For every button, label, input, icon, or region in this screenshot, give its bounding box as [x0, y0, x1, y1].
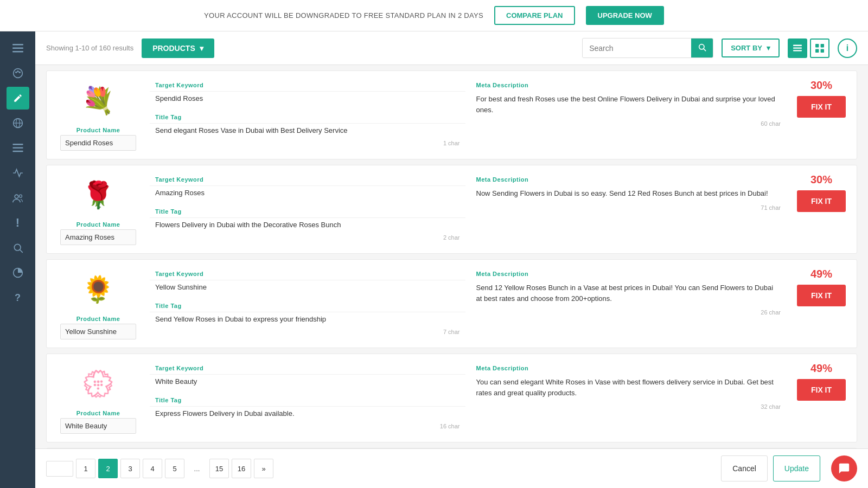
banner-message: YOUR ACCOUNT WILL BE DOWNGRADED TO FREE … — [204, 11, 483, 20]
products-button[interactable]: PRODUCTS ▾ — [142, 38, 214, 58]
sidebar-chart-icon[interactable] — [7, 162, 29, 184]
sidebar-layers-icon[interactable] — [7, 137, 29, 159]
results-count: Showing 1-10 of 160 results — [46, 44, 133, 52]
center-fields: Target Keyword Spendid Roses Title Tag S… — [150, 79, 786, 149]
page-dots: ... — [187, 459, 207, 478]
fix-it-button[interactable]: FIX IT — [797, 285, 846, 306]
score-badge: 49% — [810, 362, 832, 375]
target-keyword-label: Target Keyword — [150, 174, 465, 185]
product-name-value: Yellow Sunshine — [60, 324, 136, 339]
meta-description-label: Meta Description — [471, 268, 787, 280]
meta-description-value: You can send elegant White Roses in Vase… — [471, 374, 787, 402]
title-char: 1 char — [150, 139, 465, 149]
sidebar-menu-icon[interactable] — [7, 37, 29, 60]
page-2-button[interactable]: 2 — [98, 459, 118, 478]
product-name-label: Product Name — [76, 316, 120, 322]
svg-rect-26 — [821, 49, 824, 52]
meta-char: 71 char — [471, 203, 787, 214]
fix-it-button[interactable]: FIX IT — [797, 379, 846, 401]
sidebar-globe-icon[interactable] — [7, 112, 29, 134]
meta-char: 26 char — [471, 308, 787, 318]
search-button[interactable] — [691, 38, 713, 57]
left-fields: Target Keyword White Beauty Title Tag Ex… — [150, 362, 465, 432]
svg-rect-2 — [12, 51, 23, 53]
product-image: 💐 — [76, 79, 120, 123]
title-tag-label: Title Tag — [150, 300, 465, 312]
svg-rect-0 — [12, 44, 23, 46]
list-view-button[interactable] — [788, 38, 807, 58]
sidebar-alert-icon[interactable]: ! — [7, 211, 29, 234]
svg-rect-21 — [793, 47, 802, 48]
sidebar-users-icon[interactable] — [7, 187, 29, 209]
update-button[interactable]: Update — [773, 455, 820, 481]
product-image: 🌹 — [76, 174, 120, 217]
product-image-area: 🌻 Product Name Yellow Sunshine — [55, 268, 142, 339]
target-keyword-value: Spendid Roses — [150, 91, 465, 107]
content-area: Showing 1-10 of 160 results PRODUCTS ▾ S… — [35, 31, 868, 488]
right-meta: Meta Description For best and fresh Rose… — [471, 79, 787, 149]
right-meta: Meta Description Send 12 Yellow Roses Bu… — [471, 268, 787, 338]
svg-line-19 — [704, 49, 706, 51]
svg-point-13 — [15, 195, 18, 198]
sidebar: ! ? — [0, 31, 35, 488]
right-panel: 30% FIX IT — [794, 79, 848, 118]
product-image-area: 🌹 Product Name Amazing Roses — [55, 174, 142, 245]
grid-view-button[interactable] — [810, 38, 829, 58]
upgrade-now-button[interactable]: UPGRADE NOW — [586, 6, 664, 25]
product-row: 🌹 Product Name Amazing Roses Target Keyw… — [46, 165, 857, 254]
left-fields: Target Keyword Spendid Roses Title Tag S… — [150, 79, 465, 149]
target-keyword-value: Amazing Roses — [150, 185, 465, 201]
product-name-value: Spendid Roses — [60, 135, 136, 151]
sidebar-search-icon[interactable] — [7, 236, 29, 259]
product-row: 💮 Product Name White Beauty Target Keywo… — [46, 354, 857, 442]
sidebar-help-icon[interactable]: ? — [7, 286, 29, 309]
page-1-button[interactable]: 1 — [76, 459, 95, 478]
sidebar-pie-icon[interactable] — [7, 261, 29, 284]
fix-it-button[interactable]: FIX IT — [797, 96, 846, 118]
meta-char: 60 char — [471, 119, 787, 130]
title-tag-label: Title Tag — [150, 206, 465, 217]
svg-rect-10 — [12, 144, 23, 145]
score-badge: 30% — [810, 79, 832, 92]
chat-button[interactable] — [831, 455, 857, 481]
page-4-button[interactable]: 4 — [143, 459, 162, 478]
title-char: 2 char — [150, 233, 465, 243]
center-fields: Target Keyword Amazing Roses Title Tag F… — [150, 174, 786, 243]
target-keyword-label: Target Keyword — [150, 268, 465, 280]
sort-button[interactable]: SORT BY ▾ — [722, 38, 780, 57]
meta-description-label: Meta Description — [471, 174, 787, 185]
product-name-value: White Beauty — [60, 418, 136, 434]
svg-line-16 — [20, 250, 22, 253]
meta-description-label: Meta Description — [471, 362, 787, 374]
title-char: 7 char — [150, 328, 465, 338]
product-row: 💐 Product Name Spendid Roses Target Keyw… — [46, 70, 857, 159]
pagination-actions: Cancel Update — [721, 455, 857, 481]
sidebar-edit-icon[interactable] — [7, 87, 29, 110]
search-input[interactable] — [583, 40, 691, 57]
svg-rect-22 — [793, 50, 802, 51]
meta-description-value: Send 12 Yellow Roses Bunch in a Vase at … — [471, 280, 787, 308]
info-button[interactable]: i — [838, 38, 857, 58]
sidebar-palette-icon[interactable] — [7, 62, 29, 85]
product-image-area: 💐 Product Name Spendid Roses — [55, 79, 142, 151]
page-3-button[interactable]: 3 — [120, 459, 140, 478]
compare-plan-button[interactable]: COMPARE PLAN — [494, 6, 575, 25]
svg-rect-25 — [815, 49, 819, 52]
top-banner: YOUR ACCOUNT WILL BE DOWNGRADED TO FREE … — [0, 0, 868, 31]
fix-it-button[interactable]: FIX IT — [797, 190, 846, 212]
target-keyword-value: Yellow Sunshine — [150, 280, 465, 296]
page-16-button[interactable]: 16 — [232, 459, 251, 478]
target-keyword-label: Target Keyword — [150, 362, 465, 374]
svg-point-6 — [18, 72, 20, 73]
page-5-button[interactable]: 5 — [165, 459, 184, 478]
cancel-button[interactable]: Cancel — [721, 455, 768, 481]
sort-arrow-icon: ▾ — [767, 44, 770, 52]
svg-point-3 — [13, 69, 22, 78]
main-layout: ! ? Showing 1-10 of 160 results PRODUCTS… — [0, 31, 868, 488]
svg-rect-11 — [12, 147, 23, 148]
dropdown-arrow-icon: ▾ — [200, 44, 203, 53]
view-toggle — [788, 38, 829, 58]
page-input[interactable] — [46, 461, 73, 477]
page-15-button[interactable]: 15 — [209, 459, 229, 478]
page-next-button[interactable]: » — [254, 459, 273, 478]
